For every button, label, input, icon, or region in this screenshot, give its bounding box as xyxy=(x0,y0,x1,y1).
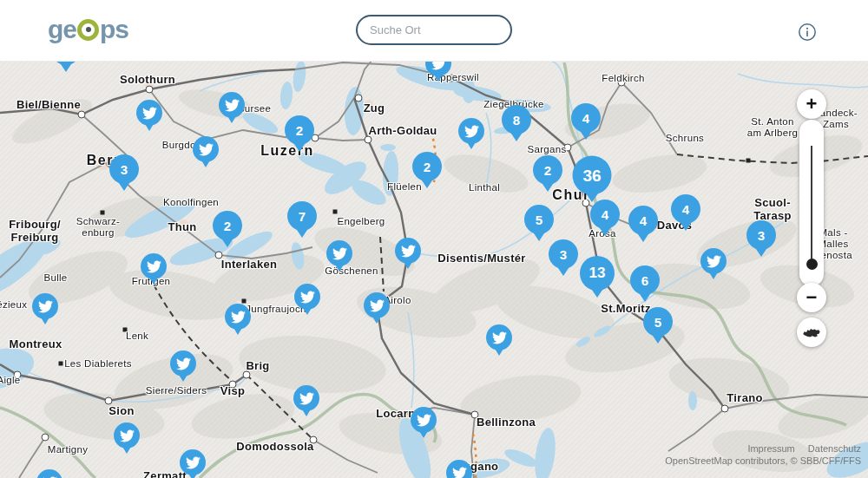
station-dot xyxy=(721,405,729,413)
station-dot xyxy=(78,111,86,119)
twitter-bird-icon xyxy=(231,310,246,324)
twitter-bird-icon xyxy=(707,254,721,269)
cluster-count: 2 xyxy=(224,219,231,233)
search-box xyxy=(356,15,512,45)
cluster-count: 36 xyxy=(582,166,601,185)
header-bar: geps xyxy=(0,0,868,62)
twitter-bird-icon xyxy=(142,106,157,121)
cluster-count: 4 xyxy=(640,213,647,228)
logo-text-suffix: ps xyxy=(100,15,128,44)
twitter-bird-icon xyxy=(299,391,314,406)
station-dot xyxy=(146,86,154,94)
zoom-in-button[interactable]: + xyxy=(797,89,826,119)
cluster-count: 2 xyxy=(544,163,551,178)
logo-text-prefix: ge xyxy=(48,15,76,44)
station-dot xyxy=(105,397,113,405)
cluster-count: 2 xyxy=(296,123,303,138)
twitter-bird-icon xyxy=(186,455,201,470)
info-icon xyxy=(798,23,817,42)
twitter-bird-icon xyxy=(120,429,135,443)
station-dot xyxy=(229,381,237,389)
cluster-count: 5 xyxy=(654,315,661,330)
twitter-bird-icon xyxy=(176,357,191,371)
zoom-slider[interactable] xyxy=(799,120,824,286)
station-dot xyxy=(448,75,456,82)
place-square-dot xyxy=(746,159,751,163)
place-square-dot xyxy=(123,328,128,332)
place-square-dot xyxy=(59,362,63,366)
zoom-out-button[interactable]: − xyxy=(797,283,826,312)
twitter-bird-icon xyxy=(147,259,161,274)
station-dot xyxy=(471,411,479,419)
switzerland-outline-icon xyxy=(802,326,821,339)
map-canvas[interactable]: SolothurnBiel/BienneBernBurgdorfKonolfin… xyxy=(0,0,868,478)
attribution: Impressum Datenschutz OpenStreetMap cont… xyxy=(665,442,861,467)
station-dot xyxy=(243,371,251,379)
cluster-count: 8 xyxy=(513,113,520,128)
zoom-slider-handle[interactable] xyxy=(806,259,818,270)
cluster-count: 3 xyxy=(758,228,765,243)
info-button[interactable] xyxy=(798,23,817,42)
station-dot xyxy=(14,371,22,379)
zoom-slider-track xyxy=(811,146,812,264)
station-dot xyxy=(215,252,223,259)
logo-o-ring xyxy=(77,19,99,41)
twitter-bird-icon xyxy=(300,290,315,304)
cluster-count: 4 xyxy=(582,111,589,126)
cluster-count: 7 xyxy=(299,209,306,224)
twitter-bird-icon xyxy=(225,98,240,113)
twitter-bird-icon xyxy=(401,244,416,259)
twitter-bird-icon xyxy=(43,475,57,478)
twitter-bird-icon xyxy=(452,466,467,478)
search-input[interactable] xyxy=(368,23,524,37)
station-dot xyxy=(618,79,626,87)
place-square-dot xyxy=(242,299,247,304)
twitter-bird-icon xyxy=(38,299,53,314)
cluster-count: 4 xyxy=(682,202,689,217)
fit-switzerland-button[interactable] xyxy=(797,318,826,347)
place-square-dot xyxy=(333,210,338,214)
twitter-bird-icon xyxy=(492,331,507,345)
twitter-bird-icon xyxy=(370,298,385,313)
station-dot xyxy=(42,434,49,442)
cluster-count: 13 xyxy=(589,265,606,282)
map-pins-layer: 32272842365444313635 xyxy=(0,0,868,478)
station-dot xyxy=(355,95,363,102)
station-dot xyxy=(365,136,372,144)
cluster-count: 4 xyxy=(602,207,608,222)
cluster-count: 5 xyxy=(536,213,542,227)
impressum-link[interactable]: Impressum xyxy=(747,443,794,454)
geops-logo[interactable]: geps xyxy=(48,15,128,44)
station-dot xyxy=(564,144,572,152)
cluster-count: 2 xyxy=(424,160,431,174)
cluster-count: 3 xyxy=(560,247,567,262)
station-dot xyxy=(396,411,404,419)
datenschutz-link[interactable]: Datenschutz xyxy=(808,443,861,454)
cluster-count: 3 xyxy=(121,162,128,177)
twitter-bird-icon xyxy=(332,246,347,261)
twitter-bird-icon xyxy=(464,124,479,139)
station-dot xyxy=(310,436,318,444)
twitter-bird-icon xyxy=(199,142,214,157)
place-square-dot xyxy=(101,211,105,215)
twitter-bird-icon xyxy=(417,413,431,428)
cluster-count: 6 xyxy=(641,273,648,288)
copyright-text: OpenStreetMap contributors, © SBB/CFF/FF… xyxy=(665,455,861,467)
